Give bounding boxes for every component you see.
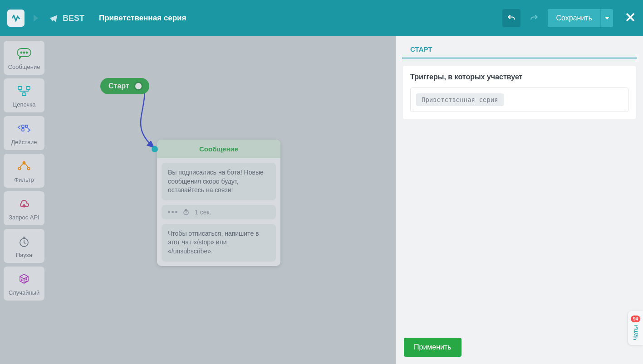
svg-point-16 bbox=[26, 281, 27, 282]
redo-button[interactable] bbox=[525, 9, 543, 27]
random-icon bbox=[18, 273, 30, 285]
svg-point-3 bbox=[26, 52, 28, 53]
tool-label: Пауза bbox=[16, 252, 32, 258]
tool-message[interactable]: Сообщение bbox=[4, 41, 44, 75]
trigger-tag[interactable]: Приветственная серия bbox=[416, 93, 504, 106]
filter-icon bbox=[17, 161, 31, 171]
action-icon bbox=[17, 124, 31, 133]
tool-random[interactable]: Случайный bbox=[4, 267, 44, 301]
start-label: Старт bbox=[108, 82, 129, 90]
tool-label: Сообщение bbox=[8, 63, 40, 70]
logo[interactable] bbox=[7, 10, 25, 27]
svg-point-15 bbox=[26, 279, 27, 280]
tool-label: Действие bbox=[11, 139, 37, 146]
api-icon bbox=[18, 199, 30, 209]
start-output-port[interactable] bbox=[134, 82, 143, 91]
tool-pause[interactable]: Пауза bbox=[4, 229, 44, 263]
save-dropdown[interactable] bbox=[600, 9, 613, 27]
chain-icon bbox=[17, 86, 31, 97]
redo-icon bbox=[530, 14, 539, 23]
stopwatch-icon bbox=[183, 209, 189, 215]
svg-rect-7 bbox=[22, 125, 24, 127]
message-node[interactable]: Сообщение Вы подписались на бота! Новые … bbox=[157, 140, 280, 266]
close-button[interactable] bbox=[625, 12, 636, 24]
timing-text: 1 сек. bbox=[195, 209, 211, 216]
tool-chain[interactable]: Цепочка bbox=[4, 78, 44, 112]
toolbox: Сообщение Цепочка Действие Фильтр Запрос… bbox=[0, 36, 48, 364]
tool-label: Случайный bbox=[9, 289, 40, 296]
series-title: Приветственная серия bbox=[99, 14, 186, 23]
message-timing: 1 сек. bbox=[162, 205, 276, 219]
chevron-separator bbox=[34, 15, 38, 22]
typing-icon bbox=[168, 211, 177, 213]
message-block-1: Вы подписались на бота! Новые сообщения … bbox=[162, 163, 276, 200]
chat-badge: 94 bbox=[631, 315, 640, 322]
section-title: Триггеры, в которых участвует bbox=[410, 73, 628, 81]
svg-rect-4 bbox=[18, 87, 22, 89]
undo-icon bbox=[507, 14, 516, 23]
svg-point-14 bbox=[21, 280, 22, 281]
tool-filter[interactable]: Фильтр bbox=[4, 154, 44, 188]
tool-label: Фильтр bbox=[14, 176, 34, 183]
properties-panel: СТАРТ Триггеры, в которых участвует Прив… bbox=[396, 36, 643, 364]
panel-title: СТАРТ bbox=[402, 36, 637, 58]
tool-action[interactable]: Действие bbox=[4, 116, 44, 150]
close-icon bbox=[625, 12, 636, 23]
bot-name: BEST bbox=[63, 14, 84, 23]
svg-point-12 bbox=[28, 168, 30, 170]
chat-label: Чаты bbox=[632, 325, 639, 340]
svg-rect-9 bbox=[22, 129, 24, 131]
svg-point-1 bbox=[21, 52, 22, 53]
svg-rect-6 bbox=[22, 93, 26, 96]
message-icon bbox=[16, 48, 32, 59]
svg-rect-8 bbox=[25, 125, 28, 127]
tool-label: Цепочка bbox=[13, 101, 36, 108]
triggers-section: Триггеры, в которых участвует Приветстве… bbox=[403, 66, 636, 119]
svg-rect-5 bbox=[26, 87, 30, 89]
undo-button[interactable] bbox=[502, 9, 520, 27]
start-node[interactable]: Старт bbox=[100, 78, 149, 94]
bot-indicator[interactable]: BEST bbox=[49, 14, 84, 23]
message-block-2: Чтобы отписаться, напишите в этот чат «/… bbox=[162, 224, 276, 262]
telegram-icon bbox=[49, 14, 58, 23]
apply-button[interactable]: Применить bbox=[404, 338, 461, 357]
trigger-list: Приветственная серия bbox=[410, 87, 628, 112]
chat-tab[interactable]: 94 Чаты bbox=[628, 311, 643, 345]
pause-icon bbox=[18, 236, 30, 248]
svg-point-2 bbox=[24, 52, 25, 53]
tool-api[interactable]: Запрос API bbox=[4, 191, 44, 225]
tool-label: Запрос API bbox=[9, 214, 39, 221]
save-button[interactable]: Сохранить bbox=[548, 9, 600, 27]
topbar: BEST Приветственная серия Сохранить bbox=[0, 0, 643, 36]
message-input-port[interactable] bbox=[152, 146, 158, 152]
svg-point-11 bbox=[19, 168, 21, 170]
chevron-down-icon bbox=[605, 17, 609, 19]
message-node-title: Сообщение bbox=[157, 140, 280, 158]
